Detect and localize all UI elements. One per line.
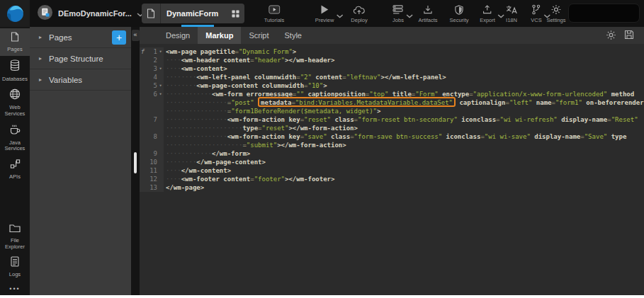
account-area-redacted [568,4,640,23]
code-line[interactable]: ····················="submit"></wm-form-… [140,141,644,149]
sidebar-item-file-explorer[interactable]: FileExplorer [0,219,30,253]
sidebar-item-java-services[interactable]: JavaServices [0,120,30,155]
code-line[interactable]: 8················<wm-form-action key="sa… [140,132,644,141]
editor-tab-script[interactable]: Script [241,27,276,44]
sidebar-item-pages[interactable]: Pages [0,28,30,56]
caret-right-icon: ▸ [39,34,42,40]
fold-arrow-icon[interactable]: ▾ [157,64,164,73]
fold-arrow-icon[interactable]: ▾ [157,81,164,90]
sidebar-item-logs[interactable]: Logs [0,253,30,281]
code-line[interactable]: 12····<wm-footer content="footer"></wm-f… [140,175,644,183]
page-tab-dynamicform[interactable]: DynamicForm [142,4,244,23]
project-avatar-icon [37,4,53,23]
log-icon [11,256,19,270]
line-number: 7 [146,115,157,124]
active-page-indicator [181,25,214,27]
fold-arrow-icon[interactable]: ▾ [157,90,164,98]
caret-right-icon: ▸ [39,76,42,83]
panel-section-page-structure[interactable]: ▸Page Structure [30,48,131,69]
page-file-icon [142,4,161,23]
editor-tab-markup[interactable]: Markup [198,27,241,44]
line-number: 12 [146,175,157,183]
code-line[interactable]: ················="form1BeforeRender($met… [140,107,644,115]
topbar: DEmoDynamicFor... DynamicForm TutorialsP… [0,0,644,27]
line-number: 6 [146,90,157,98]
project-selector[interactable]: DEmoDynamicFor... [37,0,144,27]
page-file-icon [11,32,19,45]
topbar-action-settings[interactable]: Settings [546,4,565,23]
fold-arrow-icon[interactable]: ▾ [157,47,164,56]
topbar-action-export[interactable]: Export [480,4,495,23]
shield-icon [455,4,464,15]
chevron-down-icon [336,8,343,21]
topbar-action-i18n[interactable]: I18N [506,4,518,23]
topbar-action-security[interactable]: Security [449,4,468,23]
chevron-down-icon [406,8,413,21]
code-line[interactable]: 2····<wm-header content="header"></wm-he… [140,56,644,64]
folder-icon [9,223,21,236]
translate-icon [506,4,518,15]
editor-settings-gear-icon[interactable] [606,30,616,40]
video-icon [268,4,280,15]
code-editor[interactable]: f1▾<wm-page pagetitle="Dynamic Form">2··… [140,44,644,295]
topbar-action-jobs[interactable]: Jobs [392,4,404,23]
line-number [146,124,157,132]
wavemaker-logo-icon[interactable] [0,0,30,27]
grid-icon[interactable] [226,10,244,18]
chevron-down-icon [497,8,504,21]
panel-section-pages[interactable]: ▸Pages+ [30,27,131,48]
code-line[interactable]: 3▾····<wm-content> [140,64,644,73]
sidebar-more-button[interactable]: ••• [0,281,30,295]
collapse-panel-button[interactable]: « [132,30,140,41]
topbar-action-artifacts[interactable]: Artifacts [418,4,437,23]
code-line[interactable]: f1▾<wm-page pagetitle="Dynamic Form"> [140,47,644,56]
line-number: 11 [146,166,157,175]
add-page-button[interactable]: + [112,30,126,45]
topbar-action-deploy[interactable]: Deploy [351,4,367,23]
topbar-action-vcs[interactable]: VCS [531,4,541,23]
scrollbar-thumb[interactable] [134,152,137,173]
page-tab-title: DynamicForm [161,9,226,18]
editor-tab-design[interactable]: Design [158,27,198,44]
project-name: DEmoDynamicFor... [58,9,132,18]
cloud-upload-icon [353,4,365,15]
line-number [146,107,157,115]
panel-divider-strip: « [131,27,140,295]
line-number: 4 [146,73,157,81]
markup-editor-region: DesignMarkupScriptStyle f1▾<wm-page page… [140,27,644,295]
code-line[interactable]: 10········</wm-page-content> [140,158,644,166]
editor-tab-style[interactable]: Style [277,27,310,44]
sidebar-item-apis[interactable]: APIs [0,155,30,183]
sidebar-item-databases[interactable]: Databases [0,56,30,86]
panel-section-variables[interactable]: ▸Variables [30,69,131,91]
topbar-action-preview[interactable]: Preview [315,4,334,23]
upload-tray-icon [483,4,492,15]
line-number: 8 [146,132,157,141]
caret-right-icon: ▸ [39,55,42,62]
pages-accordion-panel: ▸Pages+▸Page Structure▸Variables [30,27,131,295]
code-line[interactable]: 4········<wm-left-panel columnwidth="2" … [140,73,644,81]
code-line[interactable]: 13</wm-page> [140,183,644,192]
sidebar-item-web-services[interactable]: WebServices [0,85,30,120]
play-icon [320,4,329,15]
topbar-action-tutorials[interactable]: Tutorials [264,4,284,23]
code-line[interactable]: 9············</wm-form> [140,149,644,158]
line-number: 13 [146,183,157,192]
gear-icon [550,4,561,15]
wavemaker-studio-window: DEmoDynamicFor... DynamicForm TutorialsP… [0,0,644,295]
line-number: 1 [146,47,157,56]
save-floppy-icon[interactable] [624,30,634,40]
line-number: 3 [146,64,157,73]
code-line[interactable]: ····················type="reset"></wm-fo… [140,124,644,132]
server-list-icon [393,4,404,15]
code-line[interactable]: 7················<wm-form-action key="re… [140,115,644,124]
code-line[interactable]: 11····</wm-content> [140,166,644,175]
code-line[interactable]: ················="post" metadata="bind:V… [140,98,644,107]
line-number: 10 [146,158,157,166]
code-line[interactable]: 5▾········<wm-page-content columnwidth="… [140,81,644,90]
line-number: 5 [146,81,157,90]
line-number [146,141,157,149]
metadata-highlight-box: metadata="bind:Variables.MetadataVariabl… [258,97,456,107]
database-icon [10,59,20,74]
line-number: 2 [146,56,157,64]
